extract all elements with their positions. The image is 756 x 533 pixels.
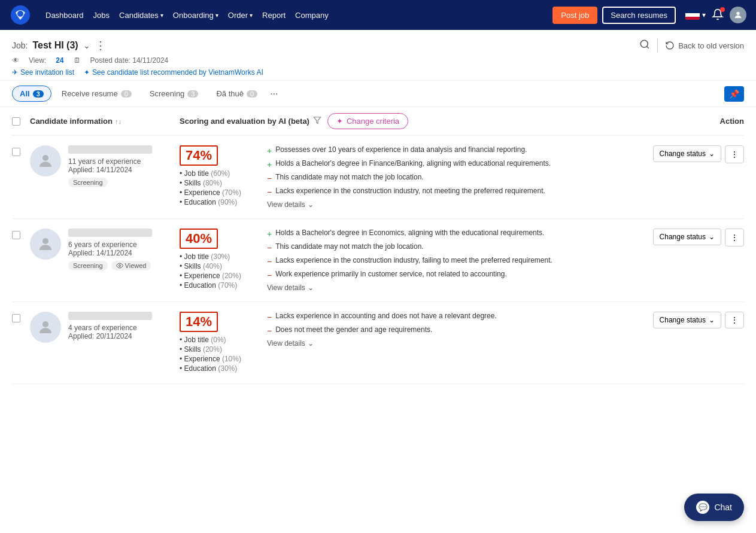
action-col: Change status ⌄⋮ (636, 145, 744, 163)
con-item: −Lacks experience in the construction in… (267, 256, 636, 266)
change-status-button[interactable]: Change status ⌄ (653, 229, 721, 245)
job-search-icon[interactable] (639, 39, 650, 53)
svg-point-7 (119, 265, 120, 267)
chat-button[interactable]: Chat (684, 494, 744, 521)
candidate-scoring-col: 74%Job title (60%)Skills (80%)Experience… (180, 145, 636, 209)
score-percent: 14% (180, 312, 218, 332)
pro-text: Holds a Bachelor's degree in Finance/Ban… (275, 159, 551, 167)
table-row: 4 years of experienceApplied: 20/11/2024… (12, 302, 744, 384)
nav-link-order[interactable]: Order▾ (223, 8, 257, 22)
con-text: Work experience primarily in customer se… (275, 270, 507, 278)
tab-đã-thuê[interactable]: Đã thuê0 (208, 86, 265, 102)
score-breakdown-item: Skills (80%) (180, 179, 257, 187)
con-text: This candidate may not match the job loc… (275, 242, 423, 251)
minus-icon: − (267, 270, 272, 280)
score-breakdown-item: Job title (0%) (180, 336, 257, 344)
change-criteria-button[interactable]: ✦ Change criteria (327, 113, 408, 129)
nav-link-onboarding[interactable]: Onboarding▾ (168, 8, 223, 22)
calendar-icon: 🗓 (74, 56, 81, 65)
view-details-label: View details (267, 339, 305, 348)
candidate-info-col: 4 years of experienceApplied: 20/11/2024 (30, 312, 180, 344)
change-status-label: Change status (660, 150, 706, 158)
tab-badge: 0 (247, 90, 257, 98)
candidate-info-col: 11 years of experienceApplied: 14/11/202… (30, 145, 180, 187)
job-title-chevron-icon[interactable]: ⌄ (83, 41, 90, 50)
job-title: Test HI (3) (32, 40, 78, 51)
svg-point-2 (736, 12, 739, 15)
tab-pin-button[interactable]: 📌 (724, 86, 744, 102)
plus-icon: + (267, 146, 272, 156)
change-status-button[interactable]: Change status ⌄ (653, 312, 721, 328)
filter-scoring-icon[interactable] (313, 116, 321, 126)
chevron-down-icon: ▾ (250, 12, 253, 19)
svg-point-5 (42, 155, 48, 161)
con-text: Lacks experience in the construction ind… (275, 256, 552, 264)
minus-icon: − (267, 257, 272, 266)
views-count: 24 (56, 56, 63, 65)
notification-dot (720, 7, 725, 12)
score-breakdown-item: Education (30%) (180, 364, 257, 373)
con-item: −Does not meet the gender and age requir… (267, 325, 636, 336)
sparkle-criteria-icon: ✦ (336, 117, 343, 126)
action-col: Change status ⌄⋮ (636, 229, 744, 246)
sort-candidate-icon[interactable]: ↑↓ (115, 118, 122, 125)
tab-screening[interactable]: Screening3 (142, 86, 207, 102)
view-details-button[interactable]: View details ⌄ (267, 284, 314, 292)
back-to-old-version-button[interactable]: Back to old version (665, 41, 744, 50)
search-resumes-button[interactable]: Search resumes (602, 7, 676, 24)
action-col: Change status ⌄⋮ (636, 312, 744, 328)
nav-link-report[interactable]: Report (257, 8, 290, 22)
con-item: −Lacks experience in the construction in… (267, 187, 636, 197)
chevron-down-icon: ⌄ (308, 339, 314, 348)
views-icon: 👁 (12, 56, 19, 65)
table-header: Candidate information ↑↓ Scoring and eva… (12, 107, 744, 136)
candidate-checkbox[interactable] (12, 314, 20, 322)
view-details-button[interactable]: View details ⌄ (267, 339, 314, 348)
user-avatar[interactable] (730, 7, 746, 23)
tab-label: Receive resume (62, 89, 118, 98)
svg-point-6 (42, 238, 48, 244)
candidate-checkbox[interactable] (12, 148, 20, 156)
candidate-details: 6 years of experienceApplied: 14/11/2024… (68, 229, 180, 270)
post-job-button[interactable]: Post job (552, 7, 597, 24)
chat-label: Chat (714, 502, 732, 512)
score-box: 74%Job title (60%)Skills (80%)Experience… (180, 145, 257, 209)
candidate-scoring-col: 40%Job title (30%)Skills (40%)Experience… (180, 229, 636, 292)
nav-link-company[interactable]: Company (290, 8, 333, 22)
more-actions-button[interactable]: ⋮ (725, 229, 744, 246)
con-text: This candidate may not match the job loc… (275, 173, 423, 181)
candidate-info-col: 6 years of experienceApplied: 14/11/2024… (30, 229, 180, 270)
view-details-label: View details (267, 284, 305, 292)
change-status-button[interactable]: Change status ⌄ (653, 145, 721, 162)
tab-label: Đã thuê (216, 89, 244, 98)
more-actions-button[interactable]: ⋮ (725, 312, 744, 328)
send-icon: ✈ (12, 68, 18, 77)
posted-date: Posted date: 14/11/2024 (90, 56, 169, 65)
score-breakdown-item: Job title (30%) (180, 252, 257, 261)
tabs-more-icon[interactable]: ··· (270, 89, 278, 99)
nav-link-dashboard[interactable]: Dashboard (41, 8, 89, 22)
score-breakdown-item: Experience (20%) (180, 272, 257, 280)
nav-link-jobs[interactable]: Jobs (89, 8, 114, 22)
score-percent: 74% (180, 145, 218, 166)
view-details-button[interactable]: View details ⌄ (267, 200, 314, 209)
nav-link-candidates[interactable]: Candidates▾ (114, 8, 168, 22)
table-row: 11 years of experienceApplied: 14/11/202… (12, 136, 744, 219)
ai-recommendation-link[interactable]: ✦ See candidate list recommended by Viet… (84, 68, 263, 77)
plus-icon: + (267, 229, 272, 239)
notification-bell[interactable] (712, 8, 724, 22)
invitation-list-link[interactable]: ✈ See invitation list (12, 68, 74, 77)
candidate-experience: 6 years of experience (68, 240, 180, 249)
more-actions-button[interactable]: ⋮ (725, 145, 744, 163)
minus-icon: − (267, 326, 272, 336)
candidate-checkbox[interactable] (12, 231, 20, 239)
tab-receive-resume[interactable]: Receive resume0 (54, 86, 139, 102)
logo[interactable] (10, 4, 31, 26)
change-status-label: Change status (660, 316, 706, 324)
select-all-checkbox[interactable] (12, 117, 20, 126)
con-text: Does not meet the gender and age require… (275, 325, 432, 334)
tab-all[interactable]: All3 (12, 86, 51, 102)
pro-item: +Holds a Bachelor's degree in Economics,… (267, 229, 636, 239)
language-selector[interactable]: ▾ (685, 10, 706, 20)
job-more-options-icon[interactable]: ⋮ (95, 39, 106, 52)
